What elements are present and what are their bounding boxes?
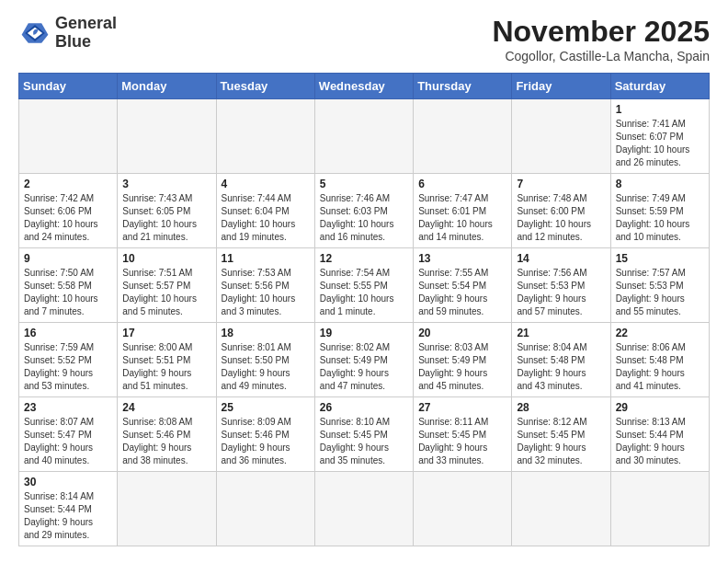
calendar-cell: 10Sunrise: 7:51 AMSunset: 5:57 PMDayligh…: [118, 248, 216, 323]
day-info: Sunrise: 7:46 AMSunset: 6:03 PMDaylight:…: [320, 192, 408, 244]
calendar-cell: [118, 99, 216, 174]
calendar-cell: 17Sunrise: 8:00 AMSunset: 5:51 PMDayligh…: [118, 323, 216, 397]
weekday-header-friday: Friday: [512, 74, 610, 99]
header: General Blue November 2025 Cogollor, Cas…: [18, 15, 710, 63]
day-info: Sunrise: 7:43 AMSunset: 6:05 PMDaylight:…: [122, 192, 210, 244]
day-info: Sunrise: 7:49 AMSunset: 5:59 PMDaylight:…: [616, 192, 704, 244]
day-info: Sunrise: 8:00 AMSunset: 5:51 PMDaylight:…: [122, 341, 210, 393]
calendar-cell: 24Sunrise: 8:08 AMSunset: 5:46 PMDayligh…: [118, 397, 216, 472]
day-number: 5: [320, 178, 408, 190]
calendar-cell: 5Sunrise: 7:46 AMSunset: 6:03 PMDaylight…: [314, 174, 413, 248]
calendar-week-row: 1Sunrise: 7:41 AMSunset: 6:07 PMDaylight…: [19, 99, 710, 174]
logo-general: General: [55, 14, 117, 32]
calendar-cell: [19, 99, 118, 174]
day-number: 16: [24, 327, 112, 339]
day-number: 27: [418, 401, 506, 414]
day-number: 24: [122, 401, 210, 414]
calendar-cell: [512, 99, 610, 174]
day-info: Sunrise: 7:55 AMSunset: 5:54 PMDaylight:…: [418, 267, 506, 318]
day-number: 23: [24, 401, 112, 414]
calendar-cell: 27Sunrise: 8:11 AMSunset: 5:45 PMDayligh…: [414, 397, 512, 472]
calendar-cell: 14Sunrise: 7:56 AMSunset: 5:53 PMDayligh…: [512, 248, 610, 323]
day-number: 28: [517, 401, 605, 414]
logo-blue: Blue: [55, 32, 91, 51]
calendar-cell: 7Sunrise: 7:48 AMSunset: 6:00 PMDaylight…: [512, 174, 610, 248]
weekday-header-saturday: Saturday: [610, 74, 709, 99]
calendar-cell: [216, 99, 314, 174]
day-info: Sunrise: 7:51 AMSunset: 5:57 PMDaylight:…: [122, 267, 210, 318]
day-info: Sunrise: 8:12 AMSunset: 5:45 PMDaylight:…: [517, 416, 605, 467]
day-info: Sunrise: 8:02 AMSunset: 5:49 PMDaylight:…: [320, 341, 408, 393]
calendar-cell: 12Sunrise: 7:54 AMSunset: 5:55 PMDayligh…: [314, 248, 413, 323]
day-number: 21: [517, 327, 605, 339]
title-block: November 2025 Cogollor, Castille-La Manc…: [492, 15, 710, 63]
day-info: Sunrise: 7:57 AMSunset: 5:53 PMDaylight:…: [616, 267, 704, 318]
day-number: 15: [616, 252, 704, 265]
month-title: November 2025: [492, 15, 710, 49]
day-number: 17: [122, 327, 210, 339]
day-number: 29: [616, 401, 704, 414]
day-number: 19: [320, 327, 408, 339]
page: General Blue November 2025 Cogollor, Cas…: [0, 0, 728, 563]
day-info: Sunrise: 7:56 AMSunset: 5:53 PMDaylight:…: [517, 267, 605, 318]
day-info: Sunrise: 7:50 AMSunset: 5:58 PMDaylight:…: [24, 267, 112, 318]
day-info: Sunrise: 7:53 AMSunset: 5:56 PMDaylight:…: [222, 267, 310, 318]
day-info: Sunrise: 8:06 AMSunset: 5:48 PMDaylight:…: [616, 341, 704, 393]
calendar-cell: 13Sunrise: 7:55 AMSunset: 5:54 PMDayligh…: [414, 248, 512, 323]
calendar-cell: [314, 99, 413, 174]
calendar-cell: 9Sunrise: 7:50 AMSunset: 5:58 PMDaylight…: [19, 248, 118, 323]
day-number: 8: [616, 178, 704, 190]
calendar-cell: [512, 472, 610, 546]
calendar-week-row: 2Sunrise: 7:42 AMSunset: 6:06 PMDaylight…: [19, 174, 710, 248]
calendar-cell: 19Sunrise: 8:02 AMSunset: 5:49 PMDayligh…: [314, 323, 413, 397]
logo: General Blue: [18, 15, 117, 52]
calendar-cell: 30Sunrise: 8:14 AMSunset: 5:44 PMDayligh…: [19, 472, 118, 546]
calendar-cell: 8Sunrise: 7:49 AMSunset: 5:59 PMDaylight…: [610, 174, 709, 248]
day-number: 18: [222, 327, 310, 339]
day-number: 6: [418, 178, 506, 190]
day-info: Sunrise: 7:59 AMSunset: 5:52 PMDaylight:…: [24, 341, 112, 393]
day-number: 9: [24, 252, 112, 265]
generalblue-logo-icon: [18, 17, 51, 50]
weekday-header-wednesday: Wednesday: [314, 74, 413, 99]
logo-text: General Blue: [55, 15, 117, 52]
day-info: Sunrise: 7:54 AMSunset: 5:55 PMDaylight:…: [320, 267, 408, 318]
calendar-cell: 29Sunrise: 8:13 AMSunset: 5:44 PMDayligh…: [610, 397, 709, 472]
day-number: 26: [320, 401, 408, 414]
day-number: 20: [418, 327, 506, 339]
day-info: Sunrise: 7:44 AMSunset: 6:04 PMDaylight:…: [222, 192, 310, 244]
day-info: Sunrise: 8:08 AMSunset: 5:46 PMDaylight:…: [122, 416, 210, 467]
calendar-cell: 16Sunrise: 7:59 AMSunset: 5:52 PMDayligh…: [19, 323, 118, 397]
day-info: Sunrise: 7:41 AMSunset: 6:07 PMDaylight:…: [616, 118, 704, 169]
weekday-header-thursday: Thursday: [414, 74, 512, 99]
calendar-week-row: 23Sunrise: 8:07 AMSunset: 5:47 PMDayligh…: [19, 397, 710, 472]
day-info: Sunrise: 8:10 AMSunset: 5:45 PMDaylight:…: [320, 416, 408, 467]
weekday-header-row: SundayMondayTuesdayWednesdayThursdayFrid…: [19, 74, 710, 99]
calendar-week-row: 9Sunrise: 7:50 AMSunset: 5:58 PMDaylight…: [19, 248, 710, 323]
calendar-cell: [414, 99, 512, 174]
calendar-cell: [610, 472, 709, 546]
day-info: Sunrise: 7:48 AMSunset: 6:00 PMDaylight:…: [517, 192, 605, 244]
calendar-cell: 15Sunrise: 7:57 AMSunset: 5:53 PMDayligh…: [610, 248, 709, 323]
calendar-cell: [118, 472, 216, 546]
day-info: Sunrise: 8:11 AMSunset: 5:45 PMDaylight:…: [418, 416, 506, 467]
day-info: Sunrise: 8:03 AMSunset: 5:49 PMDaylight:…: [418, 341, 506, 393]
calendar-cell: 3Sunrise: 7:43 AMSunset: 6:05 PMDaylight…: [118, 174, 216, 248]
day-info: Sunrise: 7:47 AMSunset: 6:01 PMDaylight:…: [418, 192, 506, 244]
day-info: Sunrise: 8:01 AMSunset: 5:50 PMDaylight:…: [222, 341, 310, 393]
calendar-cell: 26Sunrise: 8:10 AMSunset: 5:45 PMDayligh…: [314, 397, 413, 472]
calendar-cell: 18Sunrise: 8:01 AMSunset: 5:50 PMDayligh…: [216, 323, 314, 397]
weekday-header-monday: Monday: [118, 74, 216, 99]
calendar-cell: 22Sunrise: 8:06 AMSunset: 5:48 PMDayligh…: [610, 323, 709, 397]
calendar-week-row: 16Sunrise: 7:59 AMSunset: 5:52 PMDayligh…: [19, 323, 710, 397]
calendar-cell: 11Sunrise: 7:53 AMSunset: 5:56 PMDayligh…: [216, 248, 314, 323]
weekday-header-sunday: Sunday: [19, 74, 118, 99]
day-number: 25: [222, 401, 310, 414]
day-info: Sunrise: 8:07 AMSunset: 5:47 PMDaylight:…: [24, 416, 112, 467]
calendar-table: SundayMondayTuesdayWednesdayThursdayFrid…: [18, 73, 710, 546]
day-number: 12: [320, 252, 408, 265]
weekday-header-tuesday: Tuesday: [216, 74, 314, 99]
calendar-cell: [314, 472, 413, 546]
day-info: Sunrise: 8:04 AMSunset: 5:48 PMDaylight:…: [517, 341, 605, 393]
day-number: 13: [418, 252, 506, 265]
